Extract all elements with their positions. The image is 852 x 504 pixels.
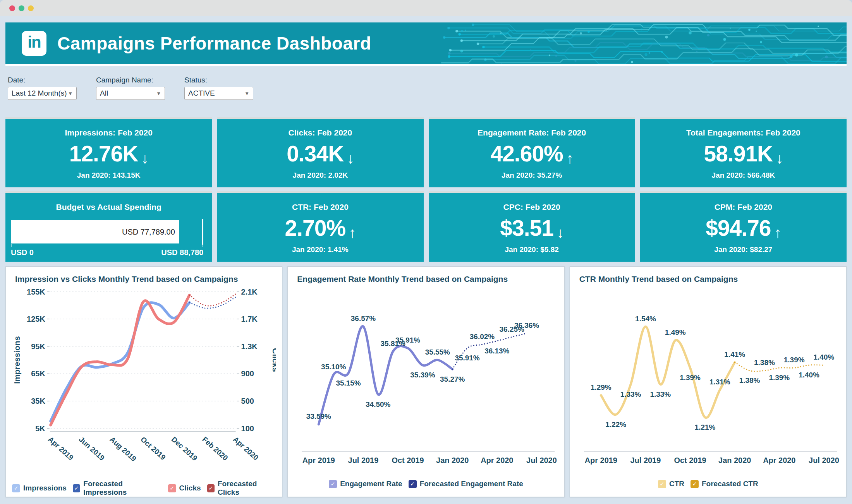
legend-item[interactable]: ✓Forecasted CTR	[691, 480, 758, 488]
trend-down-icon: ↓	[347, 150, 354, 166]
svg-text:Feb 2020: Feb 2020	[201, 435, 229, 462]
kpi-compare: Jan 2020: $5.82	[429, 245, 635, 254]
kpi-compare: Jan 2020: 1.41%	[217, 245, 423, 254]
budget-max-tick	[202, 219, 203, 245]
svg-text:Jan 2020: Jan 2020	[436, 456, 469, 465]
svg-text:35.55%: 35.55%	[425, 348, 450, 356]
budget-title: Budget vs Actual Spending	[5, 202, 212, 212]
svg-text:35.39%: 35.39%	[411, 371, 435, 379]
legend-label: Forecasted Clicks	[218, 480, 276, 497]
svg-text:Apr 2019: Apr 2019	[584, 456, 617, 465]
ctr-chart: Apr 2019Jul 2019Oct 2019Jan 2020Apr 2020…	[576, 285, 840, 480]
legend-item[interactable]: ✓Engagement Rate	[329, 480, 402, 488]
legend-item[interactable]: ✓Clicks	[168, 484, 201, 492]
svg-text:900: 900	[241, 369, 254, 378]
legend-label: Impressions	[23, 484, 67, 492]
checkbox-checked-icon[interactable]: ✓	[658, 480, 666, 488]
svg-text:1.39%: 1.39%	[769, 374, 790, 382]
status-filter-select[interactable]: ACTIVE ▼	[184, 87, 253, 100]
svg-text:1.41%: 1.41%	[724, 350, 745, 358]
chevron-down-icon: ▼	[156, 91, 161, 96]
trend-up-icon: ↑	[774, 225, 781, 241]
svg-text:1.40%: 1.40%	[799, 371, 819, 379]
kpi-title: CPC: Feb 2020	[429, 202, 635, 212]
svg-text:Apr 2020: Apr 2020	[232, 435, 260, 462]
checkbox-checked-icon[interactable]: ✓	[691, 480, 699, 488]
svg-text:2.1K: 2.1K	[241, 288, 258, 296]
chart-title: CTR Monthly Trend based on Campaigns	[579, 274, 840, 284]
checkbox-checked-icon[interactable]: ✓	[168, 484, 176, 492]
kpi-title: Clicks: Feb 2020	[217, 128, 423, 137]
svg-text:36.57%: 36.57%	[351, 314, 376, 322]
window-titlebar	[0, 0, 852, 16]
date-filter-select[interactable]: Last 12 Month(s) ▼	[8, 87, 77, 100]
window-minimize-button[interactable]	[19, 5, 24, 11]
kpi-compare: Jan 2020: 566.48K	[640, 171, 847, 180]
legend-item[interactable]: ✓Forecasted Impressions	[73, 480, 162, 497]
svg-text:1.31%: 1.31%	[709, 378, 730, 386]
chart-panel-engagement-rate: Engagement Rate Monthly Trend based on C…	[287, 266, 564, 497]
kpi-card-cpc: CPC: Feb 2020 $3.51↓ Jan 2020: $5.82	[429, 191, 635, 262]
date-filter-value: Last 12 Month(s)	[12, 89, 67, 98]
checkbox-checked-icon[interactable]: ✓	[409, 480, 417, 488]
legend-label: Forecasted Impressions	[83, 480, 161, 497]
chart-legend: ✓Engagement Rate✓Forecasted Engagement R…	[294, 480, 558, 488]
kpi-title: Impressions: Feb 2020	[5, 128, 212, 137]
kpi-card-total-engagements: Total Engagements: Feb 2020 58.91K↓ Jan …	[640, 117, 847, 187]
window-close-button[interactable]	[9, 5, 15, 11]
filter-campaign-name: Campaign Name: All ▼	[96, 76, 165, 100]
svg-text:35.91%: 35.91%	[455, 354, 480, 362]
window-maximize-button[interactable]	[28, 5, 34, 11]
svg-text:1.7K: 1.7K	[241, 315, 258, 323]
svg-text:1.33%: 1.33%	[650, 390, 671, 398]
checkbox-checked-icon[interactable]: ✓	[73, 484, 80, 492]
kpi-title: CTR: Feb 2020	[217, 202, 423, 212]
checkbox-checked-icon[interactable]: ✓	[329, 480, 337, 488]
legend-item[interactable]: ✓CTR	[658, 480, 684, 488]
svg-text:1.38%: 1.38%	[739, 376, 760, 384]
svg-text:65K: 65K	[31, 369, 45, 378]
svg-text:Jul 2020: Jul 2020	[526, 456, 557, 465]
legend-label: Engagement Rate	[340, 480, 402, 488]
svg-text:1.39%: 1.39%	[680, 374, 701, 382]
svg-text:Clicks: Clicks	[271, 348, 276, 372]
legend-item[interactable]: ✓Forecasted Clicks	[207, 480, 276, 497]
chart-title: Engagement Rate Monthly Trend based on C…	[297, 274, 558, 284]
svg-text:500: 500	[241, 397, 254, 405]
svg-text:Apr 2020: Apr 2020	[481, 456, 514, 465]
budget-max-label: USD 88,780	[161, 248, 203, 257]
svg-text:1.49%: 1.49%	[665, 328, 686, 336]
legend-label: Forecasted CTR	[702, 480, 758, 488]
date-filter-label: Date:	[8, 76, 77, 84]
checkbox-checked-icon[interactable]: ✓	[207, 484, 215, 492]
legend-item[interactable]: ✓Impressions	[12, 484, 67, 492]
dashboard-window: in Campaigns Performance Dashboard Date:…	[0, 0, 852, 504]
budget-actual-label: USD 77,789.00	[122, 228, 175, 237]
chart-panel-impressions-clicks: Impression vs Clicks Monthly Trend based…	[5, 266, 282, 497]
status-filter-label: Status:	[184, 76, 253, 84]
kpi-value: 12.76K↓	[5, 143, 212, 165]
svg-text:Oct 2019: Oct 2019	[674, 456, 706, 465]
engagement-rate-chart: Apr 2019Jul 2019Oct 2019Jan 2020Apr 2020…	[294, 285, 558, 480]
svg-text:1.39%: 1.39%	[783, 356, 804, 364]
linkedin-logo-icon: in	[22, 31, 46, 56]
svg-text:1.21%: 1.21%	[694, 423, 715, 431]
status-filter-value: ACTIVE	[188, 89, 215, 98]
kpi-card-cpm: CPM: Feb 2020 $94.76↑ Jan 2020: $82.27	[640, 191, 847, 262]
trend-down-icon: ↓	[557, 225, 563, 241]
chart-legend: ✓Impressions✓Forecasted Impressions✓Clic…	[12, 480, 276, 497]
campaign-filter-select[interactable]: All ▼	[96, 87, 165, 100]
kpi-compare: Jan 2020: 2.02K	[217, 171, 423, 180]
kpi-card-ctr: CTR: Feb 2020 2.70%↑ Jan 2020: 1.41%	[217, 191, 423, 262]
impressions-clicks-chart: 5K10035K50065K90095K1.3K125K1.7K155K2.1K…	[12, 285, 276, 480]
trend-down-icon: ↓	[141, 150, 148, 166]
svg-text:35.27%: 35.27%	[440, 375, 465, 383]
svg-text:125K: 125K	[27, 315, 45, 323]
kpi-title: Engagement Rate: Feb 2020	[429, 128, 635, 137]
checkbox-checked-icon[interactable]: ✓	[12, 484, 20, 492]
budget-axis-labels: USD 0 USD 88,780	[11, 248, 203, 257]
legend-item[interactable]: ✓Forecasted Engagement Rate	[409, 480, 523, 488]
kpi-title: Total Engagements: Feb 2020	[640, 128, 847, 137]
campaign-filter-label: Campaign Name:	[96, 76, 165, 84]
chevron-down-icon: ▼	[244, 91, 249, 96]
